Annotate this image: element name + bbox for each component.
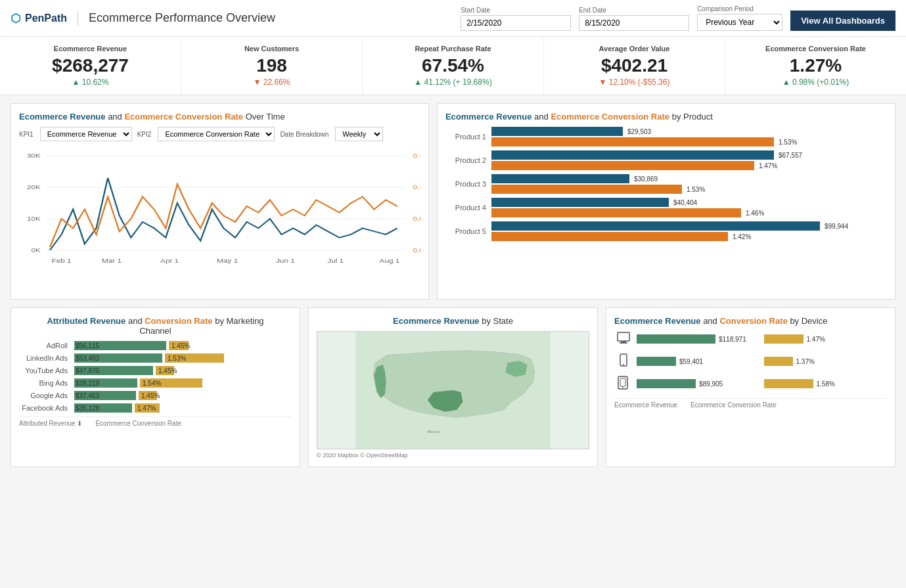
kpi-title-repeat: Repeat Purchase Rate [373,45,533,53]
product-label: Product 3 [445,180,491,188]
device-rate-bar: 1.47% [764,334,888,344]
product-revenue-label: $40,404 [673,199,697,206]
device-rate-label: 1.37% [796,358,815,365]
product-label: Product 4 [445,204,491,212]
table-row: Product 5 $99,944 1.42% [445,221,887,241]
device-chart-panel: Ecommerce Revenue and Conversion Rate by… [606,307,895,467]
device-revenue-label: $118,971 [719,336,746,343]
table-row: Product 3 $30,869 1.53% [445,174,887,194]
svg-text:0.15: 0.15 [413,152,420,159]
kpi-change-customers: ▼ 22.66% [192,78,351,87]
table-row: Bing Ads $38,219 1.54% [19,378,292,388]
product-rate-bar: 1.42% [491,232,887,241]
kpi-value-aov: $402.21 [555,55,714,76]
date-breakdown-select[interactable]: Weekly Daily Monthly [335,127,383,141]
product-title-and: and [534,112,551,122]
svg-text:May 1: May 1 [217,257,238,264]
kpi1-select[interactable]: Ecommerce Revenue [40,127,132,141]
device-footer-label1: Ecommerce Revenue [614,401,677,409]
line-title-suffix: Over Time [246,112,285,122]
kpi-change-repeat: ▲ 41.12% (+ 19.68%) [373,78,533,87]
svg-text:20K: 20K [27,183,41,191]
end-date-input[interactable] [579,15,689,31]
marketing-title-kpi2: Conversion Rate [145,316,212,326]
kpi-change-revenue: ▲ 10.62% [11,78,170,87]
product-rate-label: 1.47% [759,162,777,170]
map-title-suffix: by State [482,316,513,326]
tablet-icon [614,376,633,393]
kpi-value-conversion: 1.27% [736,55,895,76]
device-title-kpi2: Conversion Rate [719,316,787,326]
line-chart-panel: Ecommerce Revenue and Ecommerce Conversi… [11,103,429,300]
product-revenue-label: $67,557 [779,152,802,159]
svg-text:Jul 1: Jul 1 [327,257,344,264]
device-revenue-bar: $89,905 [637,379,760,388]
kpi-selectors: KPI1 Ecommerce Revenue KPI2 Ecommerce Co… [19,127,420,141]
channel-bars: $37,463 1.45% [74,391,292,400]
kpi-card-repeat: Repeat Purchase Rate 67.54% ▲ 41.12% (+ … [363,37,544,95]
desktop-icon [614,331,633,348]
product-revenue-label: $30,869 [634,175,658,183]
product-title-kpi2: Ecommerce Conversion Rate [551,112,669,122]
svg-rect-21 [618,332,629,341]
product-bars: $30,869 1.53% [491,174,887,194]
channel-bars: $47,870 1.45% [74,366,292,375]
map-title-kpi1: Ecommerce Revenue [393,316,480,326]
table-row: LinkedIn Ads $53,483 1.53% [19,353,292,363]
kpi-card-aov: Average Order Value $402.21 ▼ 12.10% (-$… [544,37,725,95]
device-revenue-group: $59,401 [637,357,760,367]
line-title-and: and [108,112,124,122]
charts-row-2: Attributed Revenue and Conversion Rate b… [11,307,895,467]
kpi2-select[interactable]: Ecommerce Conversion Rate [158,127,275,141]
table-row: Product 4 $40,404 1.46% [445,198,887,217]
table-row: $59,401 1.37% [614,353,887,371]
marketing-footer-label2: Ecommerce Conversion Rate [95,420,181,427]
device-revenue-group: $89,905 [637,379,760,390]
kpi2-label: KPI2 [137,131,152,138]
line-chart-svg: 30K 20K 10K 0K 0.15 0.10 0.05 0.00 Feb 1 [19,147,420,291]
start-date-input[interactable] [461,15,571,31]
svg-text:10K: 10K [27,215,41,222]
device-revenue-label: $59,401 [679,358,703,365]
device-title-and: and [703,316,719,326]
device-rate-label: 1.47% [807,336,825,343]
kpi-value-revenue: $268,277 [11,55,170,76]
device-bar-chart: $118,971 1.47% [614,331,887,393]
device-chart-footer: Ecommerce Revenue Ecommerce Conversion R… [614,398,887,409]
kpi-card-revenue: Ecommerce Revenue $268,277 ▲ 10.62% [0,37,181,95]
channel-label: YouTube Ads [19,367,72,374]
device-rate-label: 1.58% [817,380,835,388]
kpi-value-customers: 198 [192,55,351,76]
device-title-suffix: by Device [790,316,827,326]
product-revenue-bar: $29,503 [491,127,887,136]
product-revenue-bar: $30,869 [491,174,887,183]
channel-label: Google Ads [19,392,72,399]
product-title-kpi1: Ecommerce Revenue [445,112,532,122]
device-revenue-label: $89,905 [699,380,723,388]
product-revenue-bar: $99,944 [491,221,887,231]
comparison-field: Comparison Period Previous Year Previous… [697,5,782,31]
product-rate-label: 1.42% [733,233,751,240]
svg-text:Mar 1: Mar 1 [102,257,122,264]
device-bars: $59,401 1.37% [637,357,887,367]
kpi-value-repeat: 67.54% [373,55,533,76]
device-rate-bar: 1.37% [764,357,888,366]
kpi-change-aov: ▼ 12.10% (-$55.36) [555,78,714,87]
device-bars: $89,905 1.58% [637,379,887,390]
svg-text:Jun 1: Jun 1 [276,257,295,264]
svg-point-28 [622,387,623,388]
device-revenue-bar: $59,401 [637,357,760,366]
charts-row-1: Ecommerce Revenue and Ecommerce Conversi… [11,103,895,300]
table-row: $89,905 1.58% [614,376,887,393]
svg-text:0.00: 0.00 [413,246,420,254]
view-all-button[interactable]: View All Dashboards [790,11,895,31]
device-rate-group: 1.47% [764,334,888,345]
comparison-select[interactable]: Previous Year Previous Period [697,14,782,31]
product-rate-bar: 1.47% [491,161,887,170]
channel-bars: $35,128 1.47% [74,403,292,413]
line-chart-title: Ecommerce Revenue and Ecommerce Conversi… [19,112,420,122]
logo: ⬡ PenPath [11,11,78,26]
device-rate-group: 1.37% [764,357,888,367]
svg-text:Feb 1: Feb 1 [52,257,72,264]
product-bars: $67,557 1.47% [491,150,887,170]
